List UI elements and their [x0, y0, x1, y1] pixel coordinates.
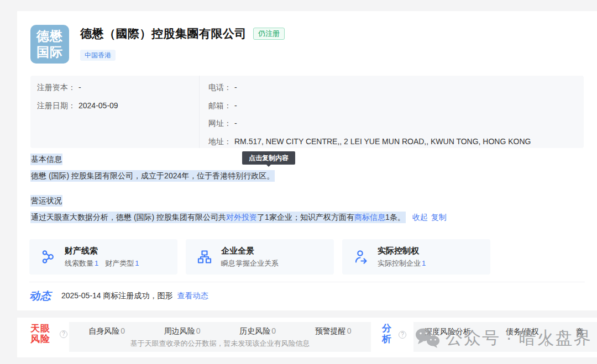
- company-panorama-subtitle: 瞬息掌握企业关系: [221, 259, 279, 268]
- title-row: 德懋（國際）控股集團有限公司 仍注册: [80, 26, 285, 41]
- basic-info-summary[interactable]: 德懋 (国际) 控股集团有限公司，成立于2024年，位于香港特别行政区。: [30, 170, 275, 182]
- operation-text-part2: 了1家企业；知识产权方面有: [257, 213, 354, 221]
- section-divider: [29, 282, 585, 282]
- risk-analysis-bar: 天眼 风险 ? 自身风险0 周边风险0 历史风险0 预警提醒0 基于天眼查收录的…: [17, 318, 597, 357]
- company-logo-line2: 国际: [30, 44, 69, 60]
- analysis-logo-line1: 分: [382, 323, 391, 334]
- company-profile-card: 德懋 国际 德懋（國際）控股集團有限公司 仍注册 中国香港 注册资本：- 注册日…: [17, 11, 597, 310]
- historical-risk-count: 0: [271, 326, 276, 335]
- deep-risk-analysis-item[interactable]: 深度风险分析: [425, 327, 471, 337]
- company-panorama-texts: 企业全景 瞬息掌握企业关系: [221, 246, 279, 268]
- copy-tooltip: 点击复制内容: [242, 151, 295, 165]
- competition-item[interactable]: 竞: [576, 327, 584, 337]
- collapse-link[interactable]: 收起: [412, 213, 428, 221]
- controlled-company-label: 实际控制企业: [378, 259, 421, 267]
- actual-control-title: 实际控制权: [378, 246, 427, 256]
- basic-info-summary-text[interactable]: 德懋 (国际) 控股集团有限公司，成立于2024年，位于香港特别行政区。: [30, 170, 275, 182]
- phone-row: 电话：-: [208, 81, 584, 99]
- operation-text-part3: 1条。: [385, 213, 405, 221]
- property-clues-title: 财产线索: [65, 246, 140, 256]
- copy-link[interactable]: 复制: [431, 213, 447, 221]
- warning-reminder-label: 预警提醒: [315, 326, 346, 335]
- trademark-info-link[interactable]: 商标信息: [354, 213, 385, 221]
- actual-control-card[interactable]: 实际控制权 实际控制企业1: [342, 239, 490, 275]
- company-panorama-title: 企业全景: [221, 246, 279, 256]
- property-type-label: 财产类型: [105, 259, 134, 267]
- operation-title-text: 营运状况: [30, 195, 62, 207]
- dynamics-text: 2025-05-14 商标注册成功，图形: [61, 291, 173, 301]
- basic-info-section-title: 基本信息: [30, 154, 62, 165]
- property-clues-subtitle: 线索数量1财产类型1: [65, 259, 140, 268]
- debt-credit-item[interactable]: 债务/债权: [506, 327, 539, 337]
- peripheral-risk-label: 周边风险: [164, 326, 195, 335]
- outbound-investment-link[interactable]: 对外投资: [226, 213, 257, 221]
- registration-date-label: 注册日期：: [37, 101, 76, 110]
- tianyan-risk-logo-line2: 风险: [30, 334, 50, 344]
- peripheral-risk-item[interactable]: 周边风险0: [164, 326, 201, 336]
- risk-items-row: 自身风险0 周边风险0 历史风险0 预警提醒0: [69, 322, 371, 336]
- property-clues-card[interactable]: 财产线索 线索数量1财产类型1: [29, 239, 177, 275]
- operation-summary: 通过天眼查大数据分析，德懋 (国际) 控股集团有限公司共对外投资了1家企业；知识…: [30, 212, 447, 223]
- risk-help-icon[interactable]: ?: [60, 330, 67, 338]
- property-clues-icon: [40, 249, 56, 265]
- registration-date-row: 注册日期：2024-05-09: [37, 99, 199, 118]
- debt-credit-count: 0: [544, 340, 548, 348]
- info-right-column: 电话：- 邮箱：- 网址：- 地址：RM.517, NEW CITY CENTR…: [200, 76, 584, 148]
- operation-summary-text[interactable]: 通过天眼查大数据分析，德懋 (国际) 控股集团有限公司共对外投资了1家企业；知识…: [30, 212, 406, 223]
- clues-count-label: 线索数量: [65, 259, 93, 267]
- analysis-logo: 分 析: [382, 323, 391, 344]
- view-dynamics-link[interactable]: 查看动态: [177, 291, 208, 301]
- registration-info-box: 注册资本：- 注册日期：2024-05-09 电话：- 邮箱：- 网址：- 地址…: [30, 76, 584, 148]
- tianyan-risk-logo-line1: 天眼: [30, 323, 50, 334]
- website-row: 网址：-: [208, 117, 584, 135]
- basic-info-title-text: 基本信息: [30, 154, 62, 165]
- dynamics-row: 动态 2025-05-14 商标注册成功，图形 查看动态: [29, 289, 208, 303]
- phone-label: 电话：: [208, 83, 232, 92]
- address-value[interactable]: RM.517, NEW CITY CENTRE,, 2 LEI YUE MUN …: [234, 137, 531, 146]
- company-logo-line1: 德懋: [30, 28, 69, 44]
- registered-capital-label: 注册资本：: [37, 83, 76, 92]
- actual-control-icon: [353, 249, 369, 265]
- actual-control-subtitle: 实际控制企业1: [378, 259, 427, 268]
- website-value: -: [234, 119, 237, 128]
- property-clues-texts: 财产线索 线索数量1财产类型1: [65, 246, 140, 268]
- dynamics-logo: 动态: [29, 289, 51, 303]
- analysis-items-row: 深度风险分析 债务/债权 竞: [413, 322, 597, 337]
- historical-risk-item[interactable]: 历史风险0: [239, 326, 276, 336]
- clues-count-value: 1: [95, 259, 98, 267]
- email-value: -: [234, 101, 237, 110]
- property-type-value: 1: [135, 259, 139, 267]
- operation-section-title: 营运状况: [30, 195, 62, 207]
- registered-capital-value: -: [78, 83, 81, 92]
- email-label: 邮箱：: [208, 101, 232, 110]
- company-panorama-icon: [197, 249, 212, 265]
- registered-capital-row: 注册资本：-: [37, 81, 199, 99]
- address-label: 地址：: [208, 137, 232, 146]
- historical-risk-label: 历史风险: [239, 326, 270, 335]
- controlled-company-value: 1: [422, 259, 426, 267]
- registration-date-value: 2024-05-09: [78, 101, 118, 110]
- risk-note: 基于天眼查收录的公开数据，暂未发现该企业有风险信息: [69, 339, 371, 349]
- self-risk-item[interactable]: 自身风险0: [88, 326, 125, 336]
- warning-reminder-item[interactable]: 预警提醒0: [315, 326, 352, 336]
- peripheral-risk-count: 0: [196, 326, 201, 335]
- phone-value: -: [234, 83, 237, 92]
- feature-cards-row: 财产线索 线索数量1财产类型1 企业全景 瞬息掌握企业关系: [29, 239, 490, 275]
- company-panorama-card[interactable]: 企业全景 瞬息掌握企业关系: [186, 239, 334, 275]
- company-logo: 德懋 国际: [30, 25, 69, 64]
- company-name: 德懋（國際）控股集團有限公司: [80, 26, 247, 41]
- risk-summary-panel: 自身风险0 周边风险0 历史风险0 预警提醒0 基于天眼查收录的公开数据，暂未发…: [69, 322, 371, 352]
- region-tag[interactable]: 中国香港: [80, 50, 116, 61]
- self-risk-label: 自身风险: [88, 326, 119, 335]
- info-left-column: 注册资本：- 注册日期：2024-05-09: [30, 76, 200, 148]
- warning-reminder-count: 0: [347, 326, 352, 335]
- status-badge: 仍注册: [253, 28, 285, 40]
- analysis-help-icon[interactable]: ?: [399, 331, 406, 339]
- tianyan-risk-logo: 天眼 风险: [30, 323, 50, 344]
- actual-control-texts: 实际控制权 实际控制企业1: [378, 246, 427, 268]
- analysis-panel: 深度风险分析 债务/债权 竞 0: [413, 322, 597, 352]
- self-risk-count: 0: [121, 326, 125, 335]
- analysis-logo-line2: 析: [382, 334, 391, 344]
- address-row[interactable]: 地址：RM.517, NEW CITY CENTRE,, 2 LEI YUE M…: [208, 135, 584, 154]
- website-label: 网址：: [208, 119, 232, 128]
